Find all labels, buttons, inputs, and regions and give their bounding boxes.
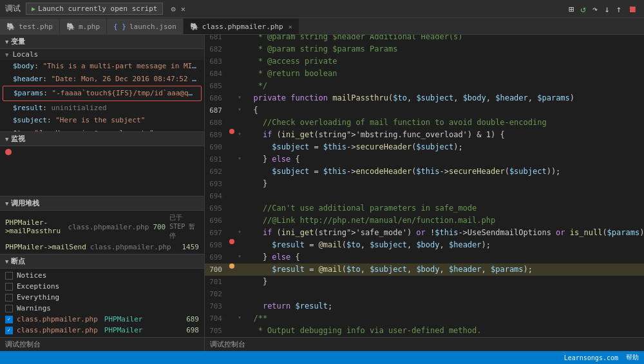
- bp-warnings-checkbox[interactable]: [5, 305, 13, 312]
- code-line: 698 $result = @mail($to, $subject, $body…: [205, 239, 644, 251]
- locals-label: Locals: [12, 50, 38, 59]
- line-number: 699: [205, 251, 227, 263]
- watch-arrow: ▼: [5, 136, 8, 142]
- code-line: 699▾ } else {: [205, 251, 644, 263]
- watch-dot: [5, 149, 12, 155]
- variables-title: 变量: [11, 37, 25, 46]
- line-content: } else {: [243, 153, 639, 166]
- debug-step-into-icon[interactable]: ↓: [602, 3, 611, 15]
- code-line: 691▾ } else {: [205, 153, 644, 166]
- code-line: 702: [205, 288, 644, 300]
- line-content: /**: [243, 312, 639, 325]
- line-content: }: [243, 276, 639, 288]
- line-content: $subject = $this->encodeHeader($this->se…: [243, 166, 639, 178]
- line-number: 702: [205, 288, 227, 300]
- debug-continue-icon[interactable]: ⊞: [567, 3, 576, 15]
- callstack-item-1[interactable]: PHPMailer->mailSend class.phpmailer.php …: [0, 242, 204, 253]
- bp-warnings[interactable]: Warnings: [0, 303, 204, 314]
- callstack-title: 调用堆栈: [11, 198, 39, 208]
- tab-test-php-label: test.php: [19, 23, 53, 31]
- var-header[interactable]: $header: "Date: Mon, 26 Dec 2016 08:47:5…: [0, 73, 204, 86]
- code-line: 687▾ {: [205, 104, 644, 117]
- bp-file-698-class: PHPMailer: [104, 326, 143, 334]
- bp-file-689-checkbox[interactable]: ✓: [5, 316, 13, 323]
- var-params[interactable]: $params: "-faaaa`touch${IFS}/tmp/id`aaa@…: [3, 86, 202, 101]
- run-button[interactable]: ▶ Launch currently open script: [26, 3, 163, 15]
- bp-file-698-checkbox[interactable]: ✓: [5, 327, 13, 334]
- line-number: 694: [205, 190, 227, 202]
- callstack-func-1: PHPMailer->mailSend: [5, 243, 86, 251]
- bp-notices[interactable]: Notices: [0, 270, 204, 281]
- bp-file-698[interactable]: ✓ class.phpmailer.php PHPMailer 698: [0, 325, 204, 336]
- close-icon[interactable]: ✕: [181, 5, 185, 14]
- breakpoint-indicator[interactable]: [227, 129, 236, 134]
- locals-arrow: ▼: [5, 52, 8, 58]
- tab-phpmailer-icon: 🐘: [190, 23, 199, 31]
- line-content: //Can't use additional parameters in saf…: [243, 202, 639, 215]
- code-line: 701 }: [205, 276, 644, 288]
- line-number: 692: [205, 166, 227, 177]
- code-line: 697▾ if (ini_get(string">'safe_mode') or…: [205, 227, 644, 239]
- watch-header[interactable]: ▼ 监视: [0, 132, 204, 146]
- code-editor[interactable]: 673 /**674 * Call mail() in a safe_mode-…: [205, 35, 644, 337]
- var-subject[interactable]: $subject: "Here is the subject": [0, 114, 204, 127]
- code-console-bar[interactable]: 调试控制台: [205, 337, 644, 351]
- var-to[interactable]: $to: "Joe User <joe@example.net>": [0, 127, 204, 131]
- breakpoint-indicator[interactable]: [227, 263, 236, 269]
- watch-section: ▼ 监视: [0, 131, 204, 196]
- bp-everything[interactable]: Everything: [0, 292, 204, 303]
- fold-indicator: ▾: [236, 129, 243, 139]
- tab-launch-json[interactable]: { } launch.json: [107, 19, 184, 34]
- bp-everything-checkbox[interactable]: [5, 294, 13, 302]
- debug-stop-icon[interactable]: ⏹: [626, 3, 639, 15]
- bp-file-698-line: 698: [186, 326, 199, 334]
- bp-file-689-name: class.phpmailer.php: [17, 315, 98, 323]
- gear-icon[interactable]: ⚙: [171, 5, 175, 14]
- code-line: 694: [205, 190, 644, 202]
- debug-toolbar: ⊞ ↺ ↷ ↓ ↑ ⏹: [567, 3, 639, 15]
- var-body[interactable]: $body: "This is a multi-part message in …: [0, 60, 204, 73]
- fold-indicator: ▾: [236, 153, 243, 164]
- line-number: 695: [205, 202, 227, 214]
- debug-step-over-icon[interactable]: ↷: [591, 3, 600, 15]
- bp-file-689[interactable]: ✓ class.phpmailer.php PHPMailer 689: [0, 314, 204, 325]
- bp-exceptions[interactable]: Exceptions: [0, 281, 204, 292]
- code-line: 685 */: [205, 80, 644, 92]
- code-line: 695 //Can't use additional parameters in…: [205, 202, 644, 215]
- debug-step-out-icon[interactable]: ↑: [614, 3, 623, 15]
- code-line: 689▾ if (ini_get(string">'mbstring.func_…: [205, 129, 644, 141]
- breakpoint-indicator[interactable]: [227, 239, 236, 244]
- line-number: 685: [205, 80, 227, 91]
- line-number: 687: [205, 104, 227, 116]
- bp-file-689-line: 689: [186, 315, 199, 323]
- debug-restart-icon[interactable]: ↺: [578, 3, 587, 15]
- console-bar[interactable]: 调试控制台: [0, 337, 204, 351]
- var-result[interactable]: $result: uninitialized: [0, 102, 204, 115]
- variables-header[interactable]: ▼ 变量: [0, 35, 204, 49]
- callstack-header[interactable]: ▼ 调用堆栈: [0, 196, 204, 211]
- locals-group-header[interactable]: ▼ Locals: [0, 49, 204, 60]
- line-content: * @access private: [243, 55, 639, 68]
- line-number: 691: [205, 153, 227, 165]
- bp-exceptions-checkbox[interactable]: [5, 283, 13, 291]
- help-label: 帮助: [626, 353, 639, 362]
- left-panel: ▼ 变量 ▼ Locals $body: "This is a multi-pa…: [0, 35, 205, 351]
- code-console-label: 调试控制台: [210, 340, 245, 349]
- status-bar: Learnsongs.com 帮助: [0, 351, 644, 364]
- watch-title: 监视: [11, 134, 25, 144]
- tab-test-php[interactable]: 🐘 test.php: [0, 19, 60, 34]
- line-content: }: [243, 178, 639, 190]
- line-content: if (ini_get(string">'mbstring.func_overl…: [243, 129, 639, 141]
- tab-icon-php: 🐘: [6, 23, 15, 31]
- tab-close-icon[interactable]: ✕: [289, 23, 292, 30]
- tab-class-phpmailer[interactable]: 🐘 class.phpmailer.php ✕: [184, 19, 299, 34]
- callstack-item-0[interactable]: PHPMailer->mailPassthru class.phpmailer.…: [0, 212, 204, 242]
- line-number: 689: [205, 129, 227, 140]
- bp-file-689-class: PHPMailer: [104, 315, 143, 323]
- code-line: 682 * @param string $params Params: [205, 43, 644, 55]
- tab-m-php[interactable]: 🐘 m.php: [60, 19, 107, 34]
- bp-warnings-label: Warnings: [17, 304, 51, 312]
- breakpoints-header[interactable]: ▼ 断点: [0, 254, 204, 269]
- bp-notices-checkbox[interactable]: [5, 272, 13, 280]
- line-number: 690: [205, 141, 227, 153]
